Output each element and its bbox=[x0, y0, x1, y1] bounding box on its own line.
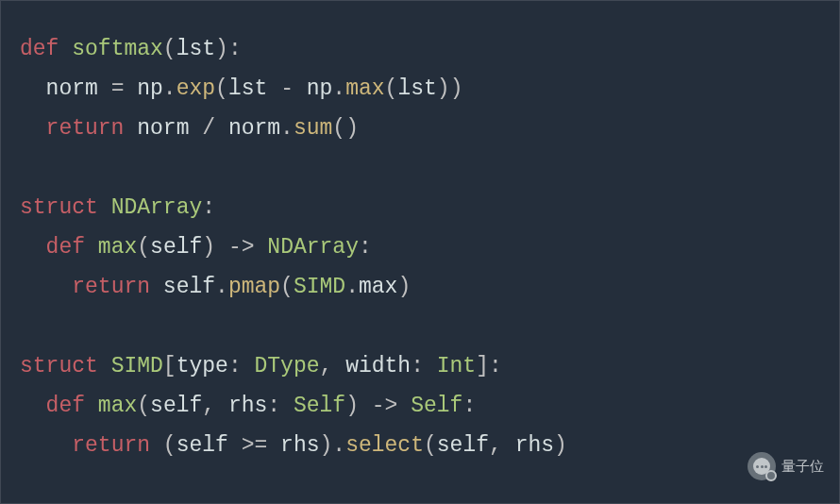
method-exp: exp bbox=[176, 76, 215, 101]
paren-close: ): bbox=[215, 37, 242, 61]
type-dtype: DType bbox=[255, 354, 320, 378]
keyword-def: def bbox=[20, 37, 59, 61]
watermark-label: 量子位 bbox=[781, 446, 824, 486]
method-max-def: max bbox=[98, 235, 137, 260]
method-select: select bbox=[345, 433, 424, 458]
function-name: softmax bbox=[72, 37, 163, 61]
type-int: Int bbox=[437, 354, 476, 378]
wechat-icon bbox=[748, 452, 776, 480]
method-max: max bbox=[345, 76, 384, 101]
type-self: Self bbox=[294, 394, 345, 418]
type-ndarray: NDArray bbox=[111, 195, 203, 220]
paren-open: ( bbox=[163, 37, 176, 61]
keyword-return: return bbox=[46, 116, 125, 141]
return-type: NDArray bbox=[267, 235, 359, 260]
arg: lst bbox=[176, 37, 215, 61]
watermark: 量子位 bbox=[748, 446, 824, 486]
type-simd: SIMD bbox=[111, 354, 163, 378]
code-block: def softmax(lst): norm = np.exp(lst - np… bbox=[20, 29, 820, 465]
keyword-struct: struct bbox=[20, 195, 98, 220]
var-norm: norm bbox=[46, 76, 98, 101]
method-sum: sum bbox=[294, 116, 332, 141]
method-pmap: pmap bbox=[228, 275, 280, 299]
